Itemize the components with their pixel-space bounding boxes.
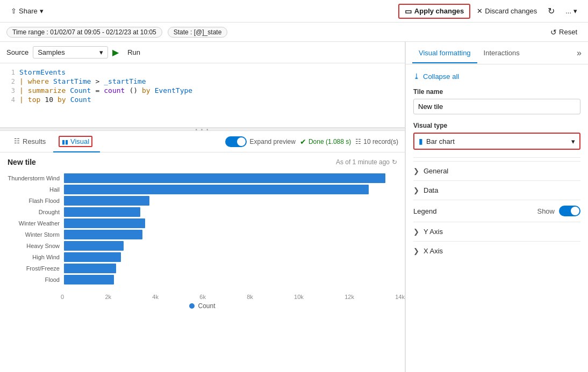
bar-track: [64, 264, 397, 273]
code-editor: 1 StormEvents 2 | where StartTime > _sta…: [0, 63, 405, 128]
code-keyword-3b: by: [142, 86, 150, 94]
bar-track: [64, 275, 397, 285]
bar-fill: [64, 185, 369, 194]
bar-row: Flood: [8, 275, 397, 285]
tile-name-label: Tile name: [413, 88, 580, 96]
code-entity-1: StormEvents: [19, 68, 66, 76]
bar-row: Winter Weather: [8, 218, 397, 228]
code-line-2: 2 | where StartTime > _startTime: [0, 77, 405, 86]
bar-label: Flood: [8, 276, 64, 283]
expand-toggle-switch[interactable]: [225, 136, 247, 147]
bar-track: [64, 241, 397, 251]
done-badge: ✔ Done (1.088 s): [300, 137, 351, 146]
main-layout: Source Samples ▾ ▶ Run 1 StormEvents 2 |…: [0, 42, 588, 372]
state-filter[interactable]: State : [@]_state: [168, 27, 228, 38]
x-axis-tick: 14k: [395, 294, 405, 300]
code-parens-3: (): [129, 86, 138, 94]
y-axis-label: Y Axis: [424, 228, 443, 236]
tab-visual[interactable]: ▮▮ Visual: [53, 132, 100, 152]
bar-track: [64, 230, 397, 239]
bar-track: [64, 252, 397, 262]
run-button[interactable]: Run: [123, 46, 145, 59]
bar-label: Winter Weather: [8, 220, 64, 227]
bar-track: [64, 207, 397, 217]
tabs-right: Expand preview ✔ Done (1.088 s) ☷ 10 rec…: [225, 136, 398, 147]
toolbar-left: ⇧ Share ▾: [6, 5, 48, 17]
code-entity-3b: EventType: [155, 86, 192, 94]
x-axis-tick: 4k: [152, 294, 159, 300]
filter-bar-right: ↺ Reset: [546, 26, 582, 39]
legend-row-right: Show: [537, 206, 580, 216]
expand-preview-toggle[interactable]: Expand preview: [225, 136, 296, 147]
share-label: Share: [19, 7, 38, 15]
tab-visual-formatting[interactable]: Visual formatting: [412, 43, 477, 63]
bar-label: Frost/Freeze: [8, 265, 64, 272]
right-panel: Visual formatting Interactions » ⤓ Colla…: [405, 42, 588, 372]
timestamp-text: As of 1 minute ago: [336, 158, 390, 166]
apply-changes-label: Apply changes: [414, 7, 464, 15]
bar-fill: [64, 173, 385, 183]
expand-preview-label: Expand preview: [250, 138, 296, 145]
tile-name-input[interactable]: [413, 99, 580, 114]
x-axis-expand-row[interactable]: ❯ X Axis: [413, 241, 580, 260]
toolbar-right: ▭ Apply changes ✕ Discard changes ↻ ... …: [398, 4, 582, 19]
visual-type-left: ▮ Bar chart: [419, 137, 455, 145]
visual-type-select[interactable]: ▮ Bar chart ▾: [413, 133, 580, 150]
time-range-filter[interactable]: Time range : 01/02/07 at 09:05 - 02/12/2…: [6, 27, 162, 38]
more-button[interactable]: ... ▾: [561, 5, 582, 17]
share-button[interactable]: ⇧ Share ▾: [6, 5, 48, 17]
code-line-1: 1 StormEvents: [0, 68, 405, 77]
tile-name-group: Tile name: [413, 88, 580, 114]
chart-area: New tile As of 1 minute ago ↻ Thundersto…: [0, 152, 405, 372]
bar-label: Drought: [8, 209, 64, 215]
collapse-all-label: Collapse all: [423, 72, 459, 81]
bar-row: Flash Flood: [8, 196, 397, 206]
chart-legend: Count: [0, 302, 405, 310]
visual-type-value: Bar chart: [426, 137, 455, 145]
code-keyword-4b: by: [58, 96, 66, 104]
apply-changes-button[interactable]: ▭ Apply changes: [398, 4, 470, 19]
data-label: Data: [424, 186, 438, 194]
tab-results[interactable]: ☷ Results: [6, 133, 53, 151]
state-text: State : [@]_state: [174, 28, 222, 36]
bar-fill: [64, 196, 149, 206]
chart-timestamp: As of 1 minute ago ↻: [336, 158, 397, 166]
bar-label: Winter Storm: [8, 231, 64, 238]
bar-label: Hail: [8, 186, 64, 193]
legend-toggle[interactable]: [559, 206, 580, 216]
code-keyword-2: where: [28, 77, 49, 85]
refresh-chart-icon[interactable]: ↻: [392, 158, 397, 166]
bar-label: Flash Flood: [8, 198, 64, 204]
visual-tab-label: Visual: [70, 137, 89, 145]
chart-title: New tile: [8, 158, 36, 166]
collapse-all-button[interactable]: ⤓ Collapse all: [413, 72, 580, 81]
bar-chart-icon: ▮: [419, 137, 423, 145]
discard-changes-button[interactable]: ✕ Discard changes: [472, 5, 541, 17]
x-axis-tick: 0: [61, 294, 64, 300]
code-num-4: 10: [45, 96, 53, 104]
bar-row: Winter Storm: [8, 230, 397, 239]
share-chevron-icon: ▾: [40, 7, 44, 15]
right-expand-button[interactable]: »: [577, 48, 582, 58]
bar-fill: [64, 264, 116, 273]
source-select[interactable]: Samples ▾: [33, 46, 108, 59]
y-axis-expand-row[interactable]: ❯ Y Axis: [413, 222, 580, 241]
records-badge: ☷ 10 record(s): [355, 138, 398, 145]
code-pipe-4: |: [19, 96, 24, 104]
line-number-2: 2: [6, 78, 15, 85]
bar-row: High Wind: [8, 252, 397, 262]
run-play-icon: ▶: [112, 47, 119, 57]
general-expand-row[interactable]: ❯ General: [413, 161, 580, 180]
tab-interactions[interactable]: Interactions: [477, 43, 526, 63]
general-chevron-icon: ❯: [413, 167, 419, 175]
visual-chart-icon: ▮▮: [62, 138, 68, 145]
data-expand-row[interactable]: ❯ Data: [413, 180, 580, 200]
refresh-button[interactable]: ↻: [543, 4, 559, 18]
chart-header: New tile As of 1 minute ago ↻: [0, 152, 405, 170]
reset-button[interactable]: ↺ Reset: [546, 26, 582, 39]
code-line-4: 4 | top 10 by Count: [0, 95, 405, 104]
apply-changes-icon: ▭: [405, 7, 412, 16]
bar-fill: [64, 230, 142, 239]
x-axis-tick: 8k: [247, 294, 253, 300]
bar-row: Heavy Snow: [8, 241, 397, 251]
